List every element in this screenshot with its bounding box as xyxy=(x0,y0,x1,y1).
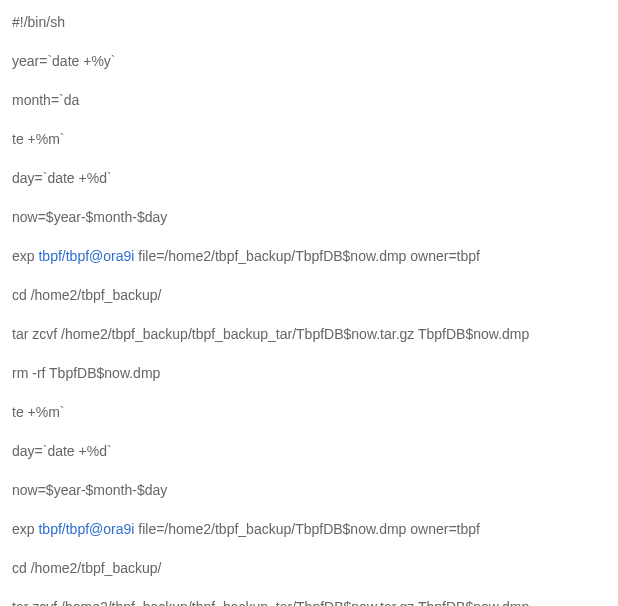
line-text: day=`date +%d` xyxy=(12,443,112,459)
script-line: exp tbpf/tbpf@ora9i file=/home2/tbpf_bac… xyxy=(12,246,606,267)
mailto-link[interactable]: tbpf/tbpf@ora9i xyxy=(38,248,134,264)
script-line: rm -rf TbpfDB$now.dmp xyxy=(12,363,606,384)
line-text: cd /home2/tbpf_backup/ xyxy=(12,287,161,303)
line-text: exp xyxy=(12,521,38,537)
line-text: te +%m` xyxy=(12,131,65,147)
script-line: cd /home2/tbpf_backup/ xyxy=(12,285,606,306)
script-line: now=$year-$month-$day xyxy=(12,207,606,228)
line-text: tar zcvf /home2/tbpf_backup/tbpf_backup_… xyxy=(12,326,529,342)
mailto-link[interactable]: tbpf/tbpf@ora9i xyxy=(38,521,134,537)
script-line: cd /home2/tbpf_backup/ xyxy=(12,558,606,579)
line-text: month=`da xyxy=(12,92,79,108)
line-text: te +%m` xyxy=(12,404,65,420)
script-line: month=`da xyxy=(12,90,606,111)
line-text: now=$year-$month-$day xyxy=(12,482,167,498)
line-text: now=$year-$month-$day xyxy=(12,209,167,225)
line-text: file=/home2/tbpf_backup/TbpfDB$now.dmp o… xyxy=(134,248,480,264)
script-line: year=`date +%y` xyxy=(12,51,606,72)
script-line: day=`date +%d` xyxy=(12,168,606,189)
script-text-block: #!/bin/shyear=`date +%y`month=`date +%m`… xyxy=(12,12,606,606)
script-line: #!/bin/sh xyxy=(12,12,606,33)
line-text: year=`date +%y` xyxy=(12,53,116,69)
line-text: file=/home2/tbpf_backup/TbpfDB$now.dmp o… xyxy=(134,521,480,537)
line-text: rm -rf TbpfDB$now.dmp xyxy=(12,365,160,381)
line-text: exp xyxy=(12,248,38,264)
script-line: exp tbpf/tbpf@ora9i file=/home2/tbpf_bac… xyxy=(12,519,606,540)
line-text: day=`date +%d` xyxy=(12,170,112,186)
script-line: tar zcvf /home2/tbpf_backup/tbpf_backup_… xyxy=(12,597,606,606)
script-line: te +%m` xyxy=(12,402,606,423)
script-line: tar zcvf /home2/tbpf_backup/tbpf_backup_… xyxy=(12,324,606,345)
line-text: cd /home2/tbpf_backup/ xyxy=(12,560,161,576)
script-line: day=`date +%d` xyxy=(12,441,606,462)
script-line: now=$year-$month-$day xyxy=(12,480,606,501)
script-line: te +%m` xyxy=(12,129,606,150)
line-text: tar zcvf /home2/tbpf_backup/tbpf_backup_… xyxy=(12,599,529,606)
line-text: #!/bin/sh xyxy=(12,14,65,30)
